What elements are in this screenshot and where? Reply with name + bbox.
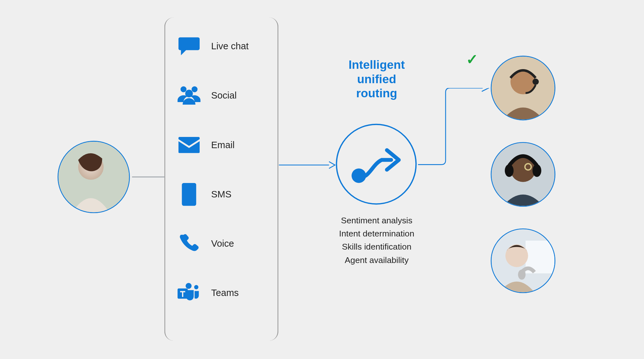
route-icon [349, 141, 404, 187]
connector-customer-channels [132, 177, 164, 178]
check-icon: ✓ [466, 51, 478, 68]
capability-item: Intent determination [328, 227, 425, 240]
channel-label: SMS [211, 189, 231, 200]
channel-sms: SMS [177, 182, 278, 206]
people-icon [177, 84, 201, 108]
svg-point-3 [192, 86, 198, 92]
mail-icon [177, 133, 201, 157]
channel-label: Teams [211, 288, 239, 299]
routing-title-line: unified [328, 72, 425, 86]
channels-group: Live chat Social Email SMS [164, 17, 278, 341]
channel-label: Live chat [211, 41, 249, 52]
svg-point-7 [194, 285, 198, 289]
agent-avatar-3 [491, 228, 555, 293]
channel-email: Email [177, 133, 278, 157]
arrow-channels-routing [279, 160, 336, 170]
routing-node [336, 124, 417, 205]
svg-point-22 [518, 270, 526, 280]
channel-label: Email [211, 140, 235, 151]
person-screen-icon [492, 229, 555, 292]
routing-title-line: routing [328, 86, 425, 101]
customer-avatar [58, 141, 130, 213]
phone-icon [177, 232, 201, 256]
channel-label: Voice [211, 238, 234, 250]
routing-capabilities: Sentiment analysis Intent determination … [328, 214, 425, 267]
svg-rect-5 [182, 183, 196, 206]
channel-label: Social [211, 90, 237, 101]
capability-item: Skills identification [328, 240, 425, 253]
channel-live-chat: Live chat [177, 34, 278, 58]
sms-icon [177, 182, 201, 206]
svg-point-17 [532, 164, 541, 177]
person-headset-icon [492, 57, 555, 120]
capability-item: Sentiment analysis [328, 214, 425, 227]
channel-voice: Voice [177, 232, 278, 256]
capability-item: Agent availability [328, 253, 425, 267]
agent-avatar-1 [491, 56, 555, 120]
channel-teams: Teams [177, 281, 278, 305]
agent-avatar-2 [491, 142, 555, 207]
svg-point-21 [505, 244, 528, 267]
svg-point-2 [180, 86, 187, 92]
routing-title-line: Intelligent [328, 58, 425, 72]
diagram-stage: Live chat Social Email SMS [0, 4, 644, 354]
chat-icon [177, 34, 201, 58]
svg-point-16 [505, 164, 514, 177]
routing-title: Intelligent unified routing [328, 58, 425, 101]
arrow-routing-agent [418, 88, 490, 169]
person-icon [59, 142, 129, 212]
svg-point-6 [186, 283, 192, 289]
person-headphones-icon [492, 143, 555, 206]
teams-icon [177, 281, 201, 305]
channel-social: Social [177, 84, 278, 108]
svg-point-13 [532, 79, 539, 85]
